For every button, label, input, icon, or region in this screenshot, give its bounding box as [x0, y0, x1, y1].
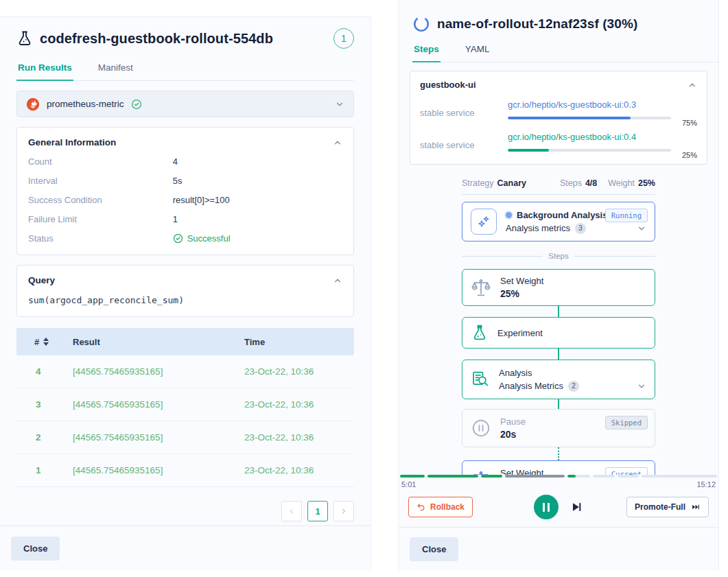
flask-icon [471, 324, 489, 342]
pagination-next-button[interactable] [333, 501, 354, 521]
info-value: 1 [173, 214, 178, 224]
tab-manifest[interactable]: Manifest [97, 62, 134, 80]
step-title: Experiment [497, 328, 543, 338]
table-row: 4 [44565.75465935165] 23-Oct-22, 10:36 [16, 355, 354, 388]
left-panel-footer: Close [0, 526, 371, 571]
rollback-button[interactable]: Rollback [408, 497, 473, 517]
row-index: 3 [16, 399, 73, 410]
rollout-tabs: Steps YAML [412, 44, 718, 62]
step-value: 25% [500, 288, 543, 299]
table-row: 1 [44565.75465935165] 23-Oct-22, 10:36 [16, 454, 354, 487]
rollout-controls: Rollback Promote-Full [399, 488, 718, 519]
row-index: 4 [16, 366, 73, 377]
step-title: Background Analysis [517, 210, 607, 220]
left-tabs: Run Results Manifest [16, 62, 354, 81]
service-label: stable service [420, 98, 508, 118]
undo-icon [416, 503, 425, 512]
step-connector [558, 399, 559, 409]
service-label: stable service [420, 130, 508, 150]
step-card-background-analysis[interactable]: Background Analysis Analysis metrics 3 R… [462, 202, 655, 242]
timeline-end: 15:12 [696, 480, 716, 488]
tab-yaml[interactable]: YAML [464, 44, 491, 62]
steps-divider: Steps [462, 252, 655, 260]
chevron-down-icon[interactable] [637, 381, 646, 391]
chevron-up-icon[interactable] [333, 276, 342, 285]
sparkles-icon [471, 209, 497, 235]
table-row: 3 [44565.75465935165] 23-Oct-22, 10:36 [16, 388, 354, 421]
running-dot-icon [506, 212, 512, 218]
left-panel-header: codefresh-guestbook-rollout-554db 1 [16, 28, 354, 49]
step-card-analysis[interactable]: Analysis Analysis Metrics 2 [462, 360, 655, 399]
row-result: [44565.75465935165] [73, 432, 244, 443]
check-circle-icon [131, 99, 142, 110]
timeline-labels: 5:01 15:12 [399, 478, 718, 488]
info-value: 4 [173, 156, 178, 167]
chevron-up-icon[interactable] [333, 138, 342, 148]
step-connector-dotted [558, 447, 559, 460]
row-index: 1 [16, 465, 73, 475]
flask-icon [16, 30, 33, 47]
step-card-experiment[interactable]: Experiment [462, 317, 655, 349]
scale-icon [471, 277, 491, 298]
fast-forward-end-icon [691, 502, 701, 512]
info-label: Count [28, 156, 173, 167]
rollout-timeline[interactable] [399, 475, 718, 478]
row-time: 23-Oct-22, 10:36 [244, 366, 354, 377]
metrics-count-badge: 2 [568, 381, 579, 392]
chevron-up-icon[interactable] [688, 80, 697, 90]
progress-bar [508, 117, 671, 119]
strategy-summary: StrategyCanary Steps4/8 Weight25% [462, 178, 655, 195]
info-label: Success Condition [28, 195, 173, 205]
pagination-page-1-button[interactable]: 1 [307, 501, 328, 521]
skip-step-button[interactable] [570, 500, 583, 514]
check-circle-icon [173, 233, 183, 244]
info-label: Failure Limit [28, 214, 173, 224]
pagination-prev-button[interactable] [281, 501, 302, 521]
col-header-time: Time [244, 337, 354, 347]
metrics-label: Analysis metrics [506, 223, 570, 233]
timeline-start: 5:01 [401, 480, 416, 488]
tab-run-results[interactable]: Run Results [16, 62, 73, 80]
run-count-badge[interactable]: 1 [333, 28, 354, 49]
metric-accordion-prometheus[interactable]: prometheus-metric [16, 91, 354, 117]
service-card-heading: guestbook-ui [420, 80, 476, 90]
info-label: Interval [28, 176, 173, 186]
close-button[interactable]: Close [410, 537, 458, 561]
query-value: sum(argocd_app_reconcile_sum) [28, 295, 342, 305]
col-header-index: # [34, 337, 39, 347]
rollout-title: name-of-rollout-12naf23sf (30%) [437, 16, 637, 32]
service-card-guestbook-ui: guestbook-ui stable service gcr.io/hepti… [410, 71, 707, 165]
step-title: Analysis [499, 368, 579, 378]
step-card-set-weight-25[interactable]: Set Weight 25% [462, 269, 655, 306]
rollout-steps-scroll-area[interactable]: guestbook-ui stable service gcr.io/hepti… [399, 62, 718, 482]
progress-spinner-icon [412, 15, 430, 33]
row-time: 23-Oct-22, 10:36 [244, 432, 354, 443]
metrics-label: Analysis Metrics [499, 381, 563, 391]
row-index: 2 [16, 432, 73, 443]
chevron-down-icon[interactable] [637, 224, 646, 233]
info-row-success-condition: Success Condition result[0]>=100 [28, 195, 342, 205]
strategy-value: Canary [497, 178, 526, 188]
step-card-pause[interactable]: Pause 20s Skipped [462, 409, 655, 447]
sort-icon[interactable] [43, 338, 49, 346]
progress-percent: 25% [678, 151, 697, 159]
image-link[interactable]: gcr.io/heptio/ks-guestbook-ui:0.3 [508, 99, 636, 110]
promote-full-button[interactable]: Promote-Full [626, 497, 709, 517]
pause-rollout-button[interactable] [534, 495, 559, 519]
info-row-interval: Interval 5s [28, 176, 342, 186]
close-button[interactable]: Close [11, 537, 60, 561]
analysis-doc-icon [471, 370, 490, 389]
tab-steps[interactable]: Steps [412, 44, 441, 62]
steps-value: 4/8 [585, 178, 597, 188]
row-time: 23-Oct-22, 10:36 [244, 399, 354, 410]
analysis-run-panel: codefresh-guestbook-rollout-554db 1 Run … [0, 16, 371, 571]
query-card: Query sum(argocd_app_reconcile_sum) [16, 265, 354, 317]
image-link[interactable]: gcr.io/heptio/ks-guestbook-ui:0.4 [508, 132, 636, 142]
info-row-count: Count 4 [28, 156, 342, 167]
row-result: [44565.75465935165] [73, 366, 244, 377]
status-badge: Successful [173, 233, 231, 244]
service-row: stable service gcr.io/heptio/ks-guestboo… [420, 130, 697, 154]
progress-bar [508, 149, 671, 152]
results-table: # Result Time 4 [44565.75465935165] 23-O… [16, 328, 354, 487]
chevron-down-icon[interactable] [335, 99, 344, 109]
